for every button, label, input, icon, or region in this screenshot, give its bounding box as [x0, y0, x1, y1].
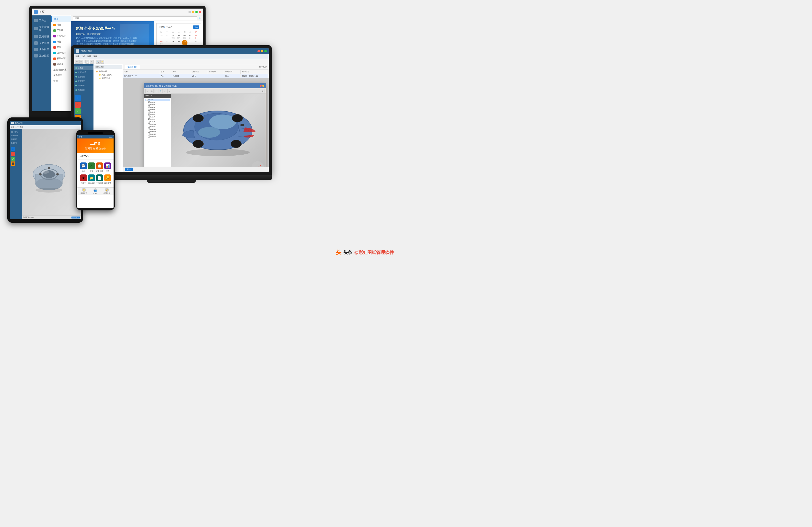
cb-root[interactable]: [146, 99, 148, 101]
viewer-tb-3[interactable]: +: [154, 89, 158, 93]
cal-day-09[interactable]: 09: [176, 40, 182, 45]
cb-12[interactable]: [148, 128, 150, 130]
tb-btn-4[interactable]: ✂: [90, 60, 94, 63]
nav-item-search[interactable]: 搜索: [52, 78, 71, 84]
cal-day-08[interactable]: 08: [170, 40, 176, 45]
tb-btn-3[interactable]: 📋: [85, 60, 89, 63]
doc-sidebar-flow[interactable]: 流程管理: [74, 75, 93, 79]
cb-3[interactable]: [148, 106, 150, 108]
tablet-nav-1[interactable]: 工作台: [10, 130, 22, 134]
phone-app-docmgr[interactable]: 📄 文档管理: [96, 174, 103, 186]
doc-menu-new[interactable]: 新建: [75, 55, 79, 58]
tablet-btn-1[interactable]: +: [11, 147, 15, 151]
sidebar-item-knowledge[interactable]: 企业知识库: [32, 24, 52, 33]
doc-action-btn-1[interactable]: +: [75, 95, 81, 101]
search-input[interactable]: [73, 16, 197, 20]
sidebar-item-flow[interactable]: 流程管理: [32, 33, 52, 40]
doc-menu-upload[interactable]: 上传: [81, 55, 85, 58]
nav-item-msg[interactable]: 消息: [52, 22, 71, 28]
nav-item-syslog[interactable]: 系统消息历史: [52, 67, 71, 73]
cal-day-11[interactable]: 11: [188, 40, 193, 45]
tablet-nav-3[interactable]: 流程管理: [10, 137, 22, 141]
viewer-tb-5[interactable]: ↔: [163, 89, 167, 93]
tree-item-body3[interactable]: Body 3: [145, 106, 170, 108]
viewer-min-btn[interactable]: [262, 85, 264, 87]
maximize-btn[interactable]: [195, 11, 198, 13]
viewer-tb-2[interactable]: □: [150, 89, 154, 93]
sidebar-item-settings[interactable]: 系统设置: [32, 53, 52, 59]
cb-5[interactable]: [148, 111, 150, 113]
cal-day-07[interactable]: 07: [164, 40, 170, 45]
cb-8[interactable]: [148, 118, 150, 120]
phone-app-msg[interactable]: 💬 消息: [79, 161, 87, 174]
phone-app-approve[interactable]: ✓ 审批: [87, 161, 96, 174]
cal-day-12[interactable]: 12: [193, 40, 199, 45]
sidebar-item-change[interactable]: 变更管理: [32, 40, 52, 46]
tree-item-body11[interactable]: Body 11: [145, 126, 170, 128]
doc-file-tab-active[interactable]: 文档工作区: [125, 65, 140, 69]
nav-item-report[interactable]: 报告: [52, 39, 71, 45]
tree-item-body14[interactable]: Body 14: [145, 133, 170, 135]
tree-item-body10[interactable]: Body 10: [145, 123, 170, 126]
phone-app-report[interactable]: 📊 报告: [103, 161, 112, 174]
doc-tree-item-data[interactable]: 📁 多用型数据: [95, 77, 121, 80]
tree-item-body4[interactable]: Body 4: [145, 108, 170, 111]
cal-today-btn[interactable]: 今天: [193, 26, 199, 29]
close-btn[interactable]: [199, 11, 201, 13]
tb-btn-5[interactable]: 🔍: [96, 60, 100, 63]
cal-day-05[interactable]: 05十一: [193, 34, 199, 40]
tree-item-body8[interactable]: Body 8: [145, 118, 170, 121]
tree-item-body6[interactable]: Body 6: [145, 113, 170, 116]
cb-11[interactable]: [148, 126, 150, 128]
cal-day-01[interactable]: 01初七: [170, 34, 176, 40]
tablet-nav-4[interactable]: 变更管理: [10, 141, 22, 145]
nav-item-task[interactable]: 任务管理: [52, 33, 71, 39]
cal-day-04[interactable]: 04初十: [188, 34, 193, 40]
cal-day-06[interactable]: 06十二: [159, 40, 164, 45]
tablet-menu-view[interactable]: 查看: [19, 126, 23, 129]
nav-item-mail[interactable]: 邮件: [52, 45, 71, 50]
cb-4[interactable]: [148, 108, 150, 111]
viewer-close-btn[interactable]: [260, 85, 262, 87]
viewer-tb-7[interactable]: ✕: [261, 89, 265, 93]
doc-tree-root[interactable]: ▶ 文档归档区: [95, 70, 121, 73]
sidebar-item-workbench[interactable]: 工作台: [32, 17, 52, 24]
tablet-btn-2[interactable]: −: [11, 152, 15, 156]
tb-btn-6[interactable]: 📁: [100, 60, 104, 63]
doc-sidebar-change[interactable]: 变更管理: [74, 79, 93, 84]
nav-item-perm[interactable]: 权限申请: [52, 56, 71, 61]
cb-10[interactable]: [148, 123, 150, 125]
tree-item-root[interactable]: Che 77-1: [145, 99, 170, 101]
tb-btn-2[interactable]: ↪: [79, 60, 83, 63]
minimize-btn[interactable]: [192, 11, 194, 13]
tablet-bottom-btn[interactable]: DRAW →: [71, 217, 80, 219]
tree-item-body5[interactable]: Body 5: [145, 111, 170, 113]
doc-min-btn[interactable]: [261, 50, 263, 52]
tablet-btn-3[interactable]: ✓: [11, 157, 15, 161]
cb-9[interactable]: [148, 121, 150, 123]
doc-action-btn-2[interactable]: −: [75, 102, 81, 108]
nav-item-circle[interactable]: 工作圈: [52, 28, 71, 33]
doc-tree-item-product[interactable]: 📁 产品工艺图纸: [95, 73, 121, 77]
phone-nav-projmgr[interactable]: 📁 项目管理: [81, 188, 87, 194]
bottom-start-btn[interactable]: 开始: [125, 167, 133, 171]
cal-day-10-today[interactable]: 10: [182, 40, 187, 45]
doc-sidebar-org[interactable]: 企业配置: [74, 84, 93, 88]
tablet-menu-new[interactable]: 新建: [11, 126, 14, 129]
phone-app-perm[interactable]: 🔑 权限申请: [103, 174, 112, 186]
phone-app-movdoc[interactable]: 📁 移动文档: [87, 174, 96, 186]
tablet-nav-2[interactable]: 企业知识库: [10, 134, 22, 137]
doc-action-btn-3[interactable]: ✓: [75, 108, 81, 114]
cb-6[interactable]: [148, 114, 150, 116]
nav-item-contacts[interactable]: 通讯录: [52, 61, 71, 67]
phone-app-task[interactable]: 📋 任务管理: [96, 161, 103, 174]
cal-day-30-prev[interactable]: 30: [164, 34, 170, 40]
doc-menu-check[interactable]: 查看: [87, 55, 91, 58]
cal-day-29-prev[interactable]: 29: [159, 34, 164, 40]
cb-1[interactable]: [148, 101, 150, 103]
cb-2[interactable]: [148, 104, 150, 106]
nav-item-attendance[interactable]: 考勤管理: [52, 73, 71, 78]
cb-13[interactable]: [148, 131, 150, 133]
cal-year-next[interactable]: ›: [164, 26, 165, 28]
phone-nav-crm[interactable]: 👥 CRM: [93, 188, 97, 194]
